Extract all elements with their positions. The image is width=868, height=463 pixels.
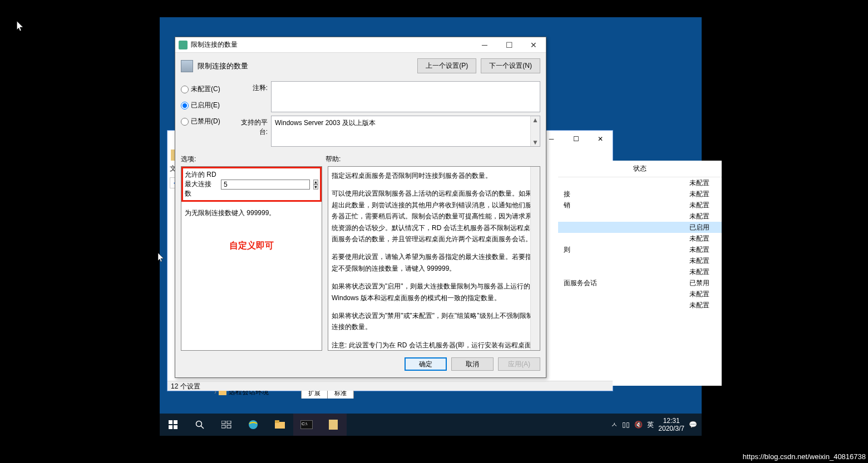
list-header-state[interactable]: 状态: [558, 161, 722, 177]
list-item[interactable]: 接未配置: [558, 188, 722, 200]
radio-enabled[interactable]: 已启用(E): [181, 101, 232, 110]
svg-rect-6: [221, 421, 225, 424]
settings-list: 状态 未配置接未配置销未配置未配置已启用未配置则未配置未配置未配置面服务会话已禁…: [558, 161, 722, 386]
list-item[interactable]: 销未配置: [558, 200, 722, 211]
svg-rect-3: [174, 425, 177, 429]
svg-rect-9: [227, 425, 231, 428]
list-item[interactable]: 未配置: [558, 177, 722, 188]
dialog-icon: [179, 41, 188, 49]
notepad-taskbar-icon[interactable]: [320, 414, 347, 436]
tray-ime-label[interactable]: 英: [647, 420, 654, 430]
dialog-minimize-button[interactable]: ─: [472, 37, 497, 53]
svg-rect-12: [275, 420, 279, 423]
dialog-title: 限制连接的数量: [191, 40, 238, 49]
system-tray: ㅅ ▯▯ 🔇 英 12:31 2020/3/7 💬: [611, 417, 702, 432]
svg-rect-8: [221, 425, 225, 428]
watermark-text: https://blog.csdn.net/weixin_40816738: [743, 452, 866, 461]
start-button[interactable]: [160, 414, 186, 436]
svg-line-5: [201, 426, 204, 429]
list-item[interactable]: 未配置: [558, 233, 722, 244]
svg-rect-2: [169, 425, 172, 429]
custom-annotation: 自定义即可: [185, 240, 318, 252]
cmd-taskbar-icon[interactable]: C:\: [293, 414, 320, 436]
list-item[interactable]: 未配置: [558, 266, 722, 277]
tray-clock[interactable]: 12:31 2020/3/7: [658, 417, 684, 432]
search-button[interactable]: [186, 414, 213, 436]
max-conn-input[interactable]: [221, 180, 310, 190]
list-item[interactable]: 面服务会话已禁用: [558, 277, 722, 288]
dialog-maximize-button[interactable]: ☐: [497, 37, 521, 53]
taskbar: C:\ ㅅ ▯▯ 🔇 英 12:31 2020/3/7 💬: [160, 414, 702, 436]
dialog-close-button[interactable]: ✕: [521, 37, 546, 53]
tray-network-icon[interactable]: ▯▯: [622, 421, 630, 429]
explorer-taskbar-icon[interactable]: [267, 414, 293, 436]
list-item[interactable]: 未配置: [558, 255, 722, 266]
comment-textarea[interactable]: [271, 81, 540, 112]
radio-not-configured[interactable]: 未配置(C): [181, 84, 232, 94]
platform-label: 支持的平台:: [238, 116, 271, 147]
scrollbar-icon[interactable]: ▲▼: [530, 116, 540, 146]
list-item[interactable]: 未配置: [558, 300, 722, 311]
dialog-titlebar: 限制连接的数量 ─ ☐ ✕: [175, 37, 546, 53]
spinner-control[interactable]: ▲ ▼: [313, 180, 318, 190]
help-scrollbar[interactable]: [530, 167, 540, 350]
radio-disabled[interactable]: 已禁用(D): [181, 117, 232, 126]
ok-button[interactable]: 确定: [405, 357, 447, 371]
list-item[interactable]: 未配置: [558, 288, 722, 300]
status-bar: 12 个设置: [167, 381, 613, 391]
policy-dialog: 限制连接的数量 ─ ☐ ✕ 限制连接的数量 上一个设置(P) 下一个设置(N) …: [175, 37, 546, 378]
spin-up-button[interactable]: ▲: [313, 180, 318, 185]
prev-setting-button[interactable]: 上一个设置(P): [417, 58, 476, 73]
spin-down-button[interactable]: ▼: [313, 185, 318, 190]
ie-taskbar-icon[interactable]: [240, 414, 267, 436]
tray-volume-icon[interactable]: 🔇: [634, 421, 643, 429]
unlimited-note: 为无限制连接数键入 999999。: [185, 208, 318, 218]
task-view-button[interactable]: [213, 414, 240, 436]
list-item[interactable]: 已启用: [558, 222, 722, 233]
help-label: 帮助:: [326, 155, 341, 164]
policy-heading: 限制连接的数量: [198, 61, 413, 71]
policy-icon: [181, 60, 193, 72]
next-setting-button[interactable]: 下一个设置(N): [481, 58, 540, 73]
svg-rect-0: [169, 420, 172, 424]
svg-rect-7: [227, 421, 231, 424]
cursor-icon: [17, 21, 24, 32]
tray-notification-icon[interactable]: 💬: [689, 421, 697, 429]
options-label: 选项:: [181, 155, 326, 164]
list-item[interactable]: 则未配置: [558, 244, 722, 255]
help-pane: 指定远程桌面服务是否限制同时连接到服务器的数量。 可以使用此设置限制服务器上活动…: [328, 166, 540, 351]
svg-rect-1: [174, 420, 177, 424]
list-item[interactable]: 未配置: [558, 211, 722, 222]
apply-button[interactable]: 应用(A): [498, 357, 540, 371]
maximize-button-bg[interactable]: ☐: [564, 131, 588, 147]
platform-text: Windows Server 2003 及以上版本 ▲▼: [271, 116, 540, 147]
cancel-button[interactable]: 取消: [451, 357, 494, 371]
highlight-box: 允许的 RD 最大连接数 ▲ ▼: [181, 167, 322, 202]
close-button-bg[interactable]: ✕: [588, 131, 613, 147]
comment-label: 注释:: [238, 81, 271, 112]
options-pane: 允许的 RD 最大连接数 ▲ ▼ 为无限制连接数键入 999999。 自定义即可: [181, 166, 322, 351]
tray-chevron-icon[interactable]: ㅅ: [611, 420, 618, 430]
max-conn-label: 允许的 RD 最大连接数: [185, 170, 218, 198]
svg-point-10: [249, 420, 258, 429]
state-radio-group: 未配置(C) 已启用(E) 已禁用(D): [181, 81, 232, 150]
